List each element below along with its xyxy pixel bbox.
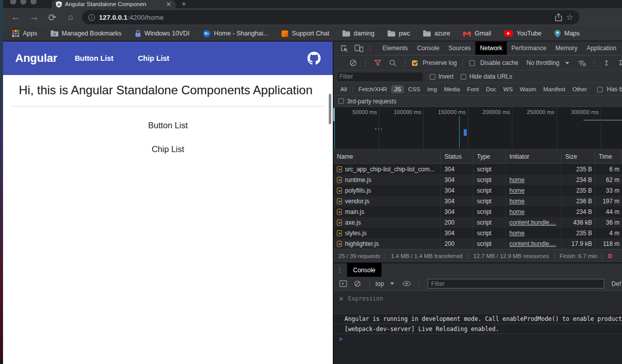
devtools-tab-application[interactable]: Application [582, 42, 621, 55]
bookmark-azure[interactable]: azure [423, 30, 450, 37]
type-filter-manifest[interactable]: Manifest [540, 85, 568, 93]
devtools-tab-memory[interactable]: Memory [551, 42, 582, 55]
initiator-link[interactable]: home [509, 208, 525, 215]
app-nav-chip-list[interactable]: Chip List [138, 54, 169, 62]
console-filter-input[interactable] [428, 279, 605, 288]
disable-cache-checkbox[interactable] [469, 60, 475, 66]
window-close-button[interactable] [10, 0, 16, 5]
column-header-name[interactable]: Name [333, 150, 441, 163]
has-blocked-cookies-checkbox[interactable] [597, 87, 603, 92]
back-icon[interactable]: ← [10, 12, 21, 23]
site-info-icon[interactable]: i [88, 14, 95, 21]
devtools-tab-elements[interactable]: Elements [378, 42, 412, 55]
bookmark-pwc[interactable]: pwc [388, 30, 410, 37]
request-row-axe-js[interactable]: axe.js200scriptcontent.bundle....436 kB3… [333, 217, 622, 228]
invert-checkbox[interactable] [430, 74, 435, 80]
column-header-initiator[interactable]: Initiator [506, 150, 562, 163]
bookmark-windows-10vdi[interactable]: Windows 10VDI [135, 30, 190, 37]
search-icon[interactable] [389, 59, 396, 66]
console-context-select[interactable]: top [375, 280, 384, 287]
request-row-main-js[interactable]: main.js304scripthome234 B44 m [333, 206, 622, 217]
github-icon[interactable] [307, 52, 321, 65]
console-clear-icon[interactable] [354, 280, 361, 287]
throttling-select[interactable]: No throttling [527, 59, 560, 66]
filter-funnel-icon[interactable] [374, 60, 381, 66]
type-filter-media[interactable]: Media [441, 85, 463, 93]
app-link-chip-list[interactable]: Chip List [3, 144, 333, 154]
bookmark-maps[interactable]: Maps [555, 30, 580, 38]
console-prompt[interactable]: > [333, 334, 622, 344]
window-zoom-button[interactable] [30, 0, 37, 5]
bookmark-support-chat[interactable]: Support Chat [282, 30, 329, 37]
eye-icon[interactable] [402, 281, 411, 286]
request-row-polyfills-js[interactable]: polyfills.js304scripthome235 B33 m [333, 185, 622, 196]
type-filter-other[interactable]: Other [569, 85, 590, 93]
type-filter-doc[interactable]: Doc [483, 85, 499, 93]
address-bar[interactable]: i 127.0.0.1:4200/home ☆ [82, 10, 579, 24]
column-header-time[interactable]: Time [595, 150, 622, 163]
type-filter-wasm[interactable]: Wasm [517, 85, 539, 93]
hide-data-urls-checkbox[interactable] [461, 74, 466, 80]
home-icon[interactable]: ⌂ [65, 12, 76, 22]
initiator-link[interactable]: home [509, 187, 525, 194]
log-levels-select[interactable]: Def [611, 280, 621, 287]
devtools-tab-network[interactable]: Network [475, 42, 507, 55]
type-filter-all[interactable]: All [337, 85, 350, 93]
bookmark-youtube[interactable]: YouTube [504, 30, 541, 37]
tab-close-icon[interactable]: ✕ [166, 1, 171, 8]
devtools-tab-sources[interactable]: Sources [444, 42, 475, 55]
window-minimize-button[interactable] [20, 0, 26, 5]
devtools-tab-console[interactable]: Console [412, 42, 444, 55]
type-filter-font[interactable]: Font [464, 85, 482, 93]
type-filter-fetch-xhr[interactable]: Fetch/XHR [356, 85, 390, 93]
initiator-link[interactable]: content.bundle.... [509, 219, 556, 226]
clear-icon[interactable] [350, 59, 357, 66]
network-filter-input[interactable] [337, 72, 423, 81]
initiator-link[interactable]: home [509, 176, 525, 184]
remove-expression-icon[interactable]: ✕ [338, 295, 344, 303]
bookmark-home-shanghai-[interactable]: S›Home - Shanghai... [203, 30, 269, 38]
reload-icon[interactable]: ⟳ [47, 12, 58, 23]
inspect-element-icon[interactable] [340, 45, 349, 53]
drawer-tab-console[interactable]: Console [347, 263, 382, 277]
column-header-type[interactable]: Type [473, 150, 506, 163]
app-brand[interactable]: Angular [15, 52, 57, 65]
column-header-status[interactable]: Status [441, 150, 473, 163]
request-row-src-app-chip-list-chip-list-co[interactable]: src_app_chip-list_chip-list_com...304scr… [333, 164, 622, 174]
initiator-link[interactable]: home [509, 198, 525, 205]
type-filter-ws[interactable]: WS [500, 85, 516, 93]
device-toolbar-icon[interactable] [355, 45, 363, 52]
column-header-size[interactable]: Size [562, 150, 595, 163]
request-row-vendor-js[interactable]: vendor.js304scripthome236 B197 m [333, 196, 622, 206]
console-sidebar-icon[interactable] [339, 280, 347, 287]
initiator-link[interactable]: home [509, 230, 525, 237]
app-nav-button-list[interactable]: Button List [75, 54, 114, 62]
new-tab-icon[interactable]: + [182, 0, 186, 7]
browser-tab[interactable]: A Angular Standalone Componen ✕ [52, 0, 176, 8]
type-filter-js[interactable]: JS [391, 85, 404, 93]
request-row-styles-js[interactable]: styles.js304scripthome235 B4 m [333, 228, 622, 238]
devtools-tab-performance[interactable]: Performance [507, 42, 551, 55]
preserve-log-checkbox[interactable] [412, 60, 418, 66]
bookmark-managed-bookmarks[interactable]: Managed Bookmarks [51, 30, 122, 37]
network-conditions-icon[interactable] [577, 59, 586, 66]
app-link-button-list[interactable]: Button List [3, 121, 333, 130]
type-filter-css[interactable]: CSS [405, 85, 423, 93]
type-filter-img[interactable]: Img [424, 85, 440, 93]
bookmark-gmail[interactable]: Gmail [463, 30, 491, 37]
network-overview-timeline[interactable]: 50000 ms100000 ms150000 ms200000 ms25000… [333, 107, 622, 150]
initiator-link[interactable]: content.bundle.... [509, 240, 556, 247]
bookmark-daming[interactable]: daming [342, 30, 374, 37]
forward-icon[interactable]: → [28, 12, 40, 23]
share-icon[interactable] [555, 13, 562, 21]
third-party-checkbox[interactable] [338, 98, 344, 104]
live-expression-row[interactable]: ✕ Expression [333, 291, 622, 313]
kebab-menu-icon[interactable]: ⋮ [336, 266, 343, 274]
request-row-highlighter-js[interactable]: highlighter.js200scriptcontent.bundle...… [333, 238, 622, 249]
export-har-icon[interactable]: ↧ [617, 59, 622, 67]
page-scrollbar[interactable] [329, 94, 331, 124]
bookmark-apps[interactable]: Apps [12, 30, 38, 37]
request-row-runtime-js[interactable]: runtime.js304scripthome234 B62 m [333, 174, 622, 185]
import-har-icon[interactable]: ↥ [603, 59, 609, 67]
bookmark-star-icon[interactable]: ☆ [566, 13, 573, 21]
